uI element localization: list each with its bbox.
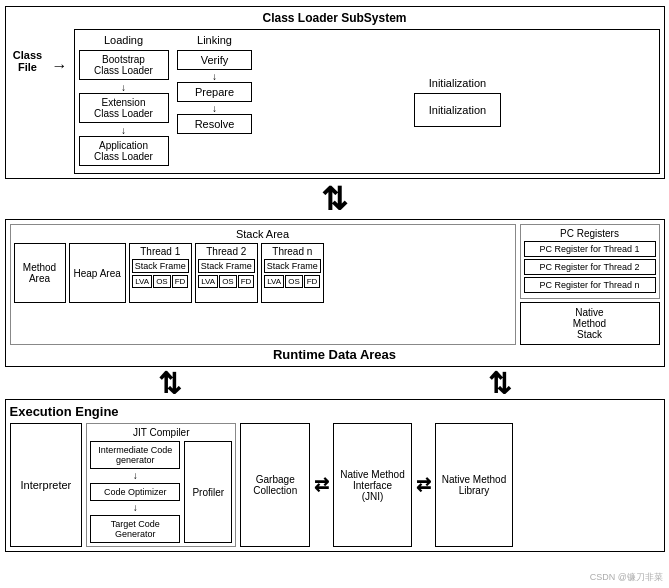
pc-register-n: PC Register for Thread n xyxy=(524,277,656,293)
fd-2: FD xyxy=(238,275,255,288)
native-method-stack: NativeMethodStack xyxy=(520,302,660,345)
profiler: Profiler xyxy=(184,441,232,543)
loading-title: Loading xyxy=(104,34,143,46)
h-arrow-1: ⇄ xyxy=(314,423,329,547)
thread-1: Thread 1 Stack Frame LVA OS FD xyxy=(129,243,192,303)
class-file-arrow: → xyxy=(50,29,70,75)
thread-n-title: Thread n xyxy=(272,246,312,257)
application-loader: ApplicationClass Loader xyxy=(79,136,169,166)
jit-title: JIT Compiler xyxy=(90,427,232,438)
method-area: MethodArea xyxy=(14,243,66,303)
jit-box-3: Target CodeGenerator xyxy=(90,515,180,543)
interpreter: Interpreter xyxy=(10,423,83,547)
cl-sections: Loading BootstrapClass Loader ↓ Extensio… xyxy=(74,29,660,174)
between-arrows: ⇅ ⇅ xyxy=(5,371,665,395)
h-arrow-2: ⇄ xyxy=(416,423,431,547)
exec-inner: Interpreter JIT Compiler Intermediate Co… xyxy=(10,423,660,547)
loading-section: Loading BootstrapClass Loader ↓ Extensio… xyxy=(79,34,169,169)
extension-loader: ExtensionClass Loader xyxy=(79,93,169,123)
linking-section: Linking Verify ↓ Prepare ↓ Resolve xyxy=(175,34,255,169)
fd-1: FD xyxy=(172,275,189,288)
pc-native-section: PC Registers PC Register for Thread 1 PC… xyxy=(520,224,660,345)
garbage-collection: GarbageCollection xyxy=(240,423,310,547)
resolve-box: Resolve xyxy=(177,114,252,134)
thread-n-lva-row: LVA OS FD xyxy=(264,275,320,288)
runtime-title: Runtime Data Areas xyxy=(10,347,660,362)
thread-2-stack-frame: Stack Frame xyxy=(198,259,255,273)
jit-inner: Intermediate Codegenerator ↓ Code Optimi… xyxy=(90,441,232,543)
jit-box-1: Intermediate Codegenerator xyxy=(90,441,180,469)
class-file-label: Class File xyxy=(10,29,46,73)
os-1: OS xyxy=(153,275,171,288)
native-method-interface: Native MethodInterface(JNI) xyxy=(333,423,411,547)
thread-n: Thread n Stack Frame LVA OS FD xyxy=(261,243,324,303)
thread-2-title: Thread 2 xyxy=(206,246,246,257)
thread-1-stack-frame: Stack Frame xyxy=(132,259,189,273)
arrow-down-1: ↓ xyxy=(121,83,126,93)
stack-area-title: Stack Area xyxy=(14,228,512,240)
arrow-down-2: ↓ xyxy=(121,126,126,136)
arrow-prepare: ↓ xyxy=(212,104,217,114)
linking-title: Linking xyxy=(197,34,232,46)
init-section: Initialization Initialization xyxy=(261,34,655,169)
execution-engine: Execution Engine Interpreter JIT Compile… xyxy=(5,399,665,552)
pc-register-2: PC Register for Thread 2 xyxy=(524,259,656,275)
jit-box-2: Code Optimizer xyxy=(90,483,180,501)
arrow-verify: ↓ xyxy=(212,72,217,82)
thread-1-title: Thread 1 xyxy=(140,246,180,257)
stack-area-inner: MethodArea Heap Area Thread 1 Stack Fram… xyxy=(14,243,512,303)
jit-compiler: JIT Compiler Intermediate Codegenerator … xyxy=(86,423,236,547)
exec-title: Execution Engine xyxy=(10,404,660,419)
lva-1: LVA xyxy=(132,275,152,288)
thread-n-stack-frame: Stack Frame xyxy=(264,259,321,273)
runtime-data-areas: Stack Area MethodArea Heap Area Thread 1… xyxy=(5,219,665,367)
class-loader-title: Class Loader SubSystem xyxy=(10,11,660,25)
verify-box: Verify xyxy=(177,50,252,70)
native-method-library: Native MethodLibrary xyxy=(435,423,513,547)
init-title: Initialization xyxy=(429,77,486,89)
big-arrows-1: ⇅ xyxy=(5,183,665,215)
fd-n: FD xyxy=(304,275,321,288)
thread-2-lva-row: LVA OS FD xyxy=(198,275,254,288)
arrow-between-2: ⇅ xyxy=(488,367,511,400)
main-container: Class Loader SubSystem Class File → Load… xyxy=(5,6,665,552)
init-box: Initialization xyxy=(414,93,501,127)
pc-registers-title: PC Registers xyxy=(524,228,656,239)
prepare-box: Prepare xyxy=(177,82,252,102)
heap-area: Heap Area xyxy=(69,243,126,303)
thread-1-lva-row: LVA OS FD xyxy=(132,275,188,288)
os-2: OS xyxy=(219,275,237,288)
bootstrap-loader: BootstrapClass Loader xyxy=(79,50,169,80)
pc-register-1: PC Register for Thread 1 xyxy=(524,241,656,257)
stack-area: Stack Area MethodArea Heap Area Thread 1… xyxy=(10,224,516,345)
lva-2: LVA xyxy=(198,275,218,288)
lva-n: LVA xyxy=(264,275,284,288)
watermark: CSDN @镰刀非菜 xyxy=(590,571,663,584)
os-n: OS xyxy=(285,275,303,288)
pc-registers: PC Registers PC Register for Thread 1 PC… xyxy=(520,224,660,299)
class-loader-subsystem: Class Loader SubSystem Class File → Load… xyxy=(5,6,665,179)
arrow-between-1: ⇅ xyxy=(158,367,181,400)
runtime-inner: Stack Area MethodArea Heap Area Thread 1… xyxy=(10,224,660,345)
jit-boxes: Intermediate Codegenerator ↓ Code Optimi… xyxy=(90,441,180,543)
thread-2: Thread 2 Stack Frame LVA OS FD xyxy=(195,243,258,303)
